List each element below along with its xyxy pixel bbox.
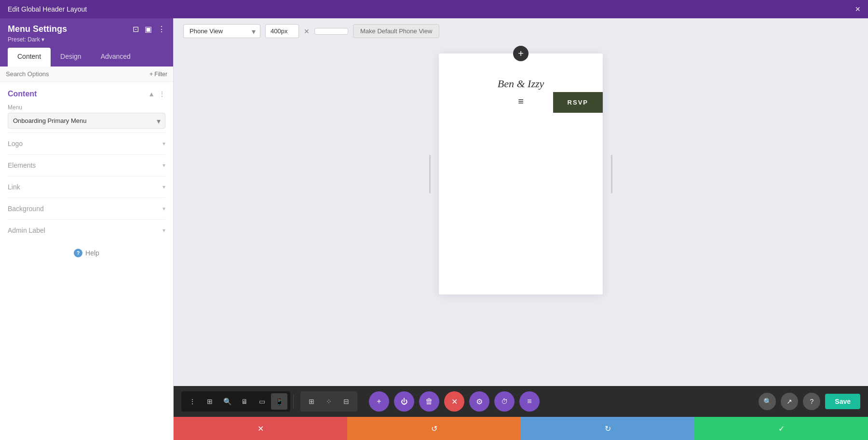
confirm-button[interactable]: ✓ xyxy=(694,417,868,440)
settings-action-button[interactable]: ⚙ xyxy=(469,391,489,412)
link-chevron-icon: ▾ xyxy=(163,184,165,190)
elements-section-title: Elements xyxy=(8,161,36,169)
undo-icon: ✕ xyxy=(258,424,264,433)
save-button[interactable]: Save xyxy=(825,394,860,409)
admin-label-chevron-icon: ▾ xyxy=(163,227,165,234)
desktop-tool-button[interactable]: 🖥 xyxy=(236,393,253,410)
collapse-icon[interactable]: ▲ xyxy=(148,90,155,98)
redo-icon: ↻ xyxy=(605,424,611,433)
bottom-bars-container: ⋮ ⊞ 🔍 🖥 ▭ 📱 ⊞ ⁘ ⊟ + ⏻ xyxy=(174,386,868,440)
admin-label-section: Admin Label ▾ xyxy=(8,219,165,241)
help-label: Help xyxy=(85,249,99,257)
power-action-button[interactable]: ⏻ xyxy=(394,391,414,412)
search-tool-button[interactable]: 🔍 xyxy=(219,393,235,410)
columns-icon[interactable]: ▣ xyxy=(145,25,152,34)
section-more-icon[interactable]: ⋮ xyxy=(159,90,165,98)
view-toolbar: Phone ViewTablet ViewDesktop View ✕ Make… xyxy=(174,18,868,44)
preview-area: + Ben & Izzy ≡ RSVP xyxy=(174,44,868,386)
grid2-tool-button[interactable]: ⁘ xyxy=(321,393,337,410)
title-bar: Edit Global Header Layout × xyxy=(0,0,868,18)
title-bar-text: Edit Global Header Layout xyxy=(8,5,87,13)
undo-button[interactable]: ✕ xyxy=(174,417,347,440)
phone-tool-button[interactable]: 📱 xyxy=(271,393,287,410)
logo-chevron-icon: ▾ xyxy=(163,140,165,147)
delete-action-button[interactable]: 🗑 xyxy=(419,391,439,412)
content-section-title: Content xyxy=(8,90,37,98)
options-tool-button[interactable]: ⋮ xyxy=(184,393,201,410)
help-row[interactable]: ? Help xyxy=(8,241,165,265)
sidebar-title: Menu Settings xyxy=(8,24,67,34)
close-action-button[interactable]: ✕ xyxy=(444,391,464,412)
bottom-toolbar-actions: + ⏻ 🗑 ✕ ⚙ ⏱ ≡ xyxy=(369,391,540,412)
admin-label-section-header[interactable]: Admin Label ▾ xyxy=(8,227,165,234)
tablet-tool-button[interactable]: ▭ xyxy=(254,393,270,410)
redo-button[interactable]: ↻ xyxy=(521,417,694,440)
more-icon[interactable]: ⋮ xyxy=(158,25,165,34)
elements-section-header[interactable]: Elements ▾ xyxy=(8,161,165,169)
bottom-toolbar-center: ⊞ ⁘ ⊟ xyxy=(300,391,357,412)
preview-rsvp-button[interactable]: RSVP xyxy=(553,92,603,113)
view-icon[interactable]: ⊡ xyxy=(133,25,139,34)
menu-field-group: Menu Onboarding Primary Menu xyxy=(8,104,165,129)
sidebar-header: Menu Settings ⊡ ▣ ⋮ Preset: Dark ▾ Conte… xyxy=(0,18,173,67)
bottom-toolbar-left: ⋮ ⊞ 🔍 🖥 ▭ 📱 xyxy=(181,391,290,412)
grid3-tool-button[interactable]: ⊟ xyxy=(338,393,354,410)
preview-phone-frame: + Ben & Izzy ≡ RSVP xyxy=(439,53,603,294)
share-button[interactable]: ↗ xyxy=(781,393,798,410)
link-section: Link ▾ xyxy=(8,176,165,198)
menu-label: Menu xyxy=(8,104,165,111)
admin-label-section-title: Admin Label xyxy=(8,227,45,234)
help-icon: ? xyxy=(74,249,82,257)
preview-site-name: Ben & Izzy xyxy=(498,78,544,90)
preview-hamburger-icon: ≡ xyxy=(518,96,524,107)
sidebar-content: Content ▲ ⋮ Menu Onboarding Primary Menu… xyxy=(0,82,173,440)
px-field-empty[interactable] xyxy=(314,28,348,35)
check-icon: ✓ xyxy=(778,424,785,433)
background-section: Background ▾ xyxy=(8,198,165,219)
menu-select-wrapper: Onboarding Primary Menu xyxy=(8,113,165,129)
history-action-button[interactable]: ⏱ xyxy=(494,391,515,412)
elements-chevron-icon: ▾ xyxy=(163,162,165,169)
main-content: Phone ViewTablet ViewDesktop View ✕ Make… xyxy=(174,18,868,440)
menu-action-button[interactable]: ≡ xyxy=(519,391,540,412)
sidebar: Menu Settings ⊡ ▣ ⋮ Preset: Dark ▾ Conte… xyxy=(0,18,174,440)
menu-select[interactable]: Onboarding Primary Menu xyxy=(8,113,165,129)
view-select-wrapper: Phone ViewTablet ViewDesktop View xyxy=(183,24,260,38)
px-input[interactable] xyxy=(265,24,299,38)
link-section-header[interactable]: Link ▾ xyxy=(8,183,165,191)
toolbar-divider xyxy=(293,394,294,409)
tab-design[interactable]: Design xyxy=(51,48,91,67)
search-row: + Filter xyxy=(0,67,173,82)
sidebar-title-icons: ⊡ ▣ ⋮ xyxy=(133,25,165,34)
preview-add-button[interactable]: + xyxy=(513,46,529,61)
background-section-header[interactable]: Background ▾ xyxy=(8,205,165,213)
add-action-button[interactable]: + xyxy=(369,391,389,412)
preset-label[interactable]: Preset: Dark ▾ xyxy=(8,36,165,43)
elements-section: Elements ▾ xyxy=(8,154,165,176)
sidebar-tabs: Content Design Advanced xyxy=(8,48,165,67)
px-close-icon[interactable]: ✕ xyxy=(304,27,310,35)
bottom-toolbar-right: 🔍 ↗ ? Save xyxy=(759,393,860,410)
status-bar: ✕ ↺ ↻ ✓ xyxy=(174,417,868,440)
search-right-button[interactable]: 🔍 xyxy=(759,393,776,410)
tab-advanced[interactable]: Advanced xyxy=(91,48,140,67)
grid1-tool-button[interactable]: ⊞ xyxy=(303,393,320,410)
help-right-button[interactable]: ? xyxy=(803,393,820,410)
logo-section-header[interactable]: Logo ▾ xyxy=(8,140,165,147)
bottom-toolbar: ⋮ ⊞ 🔍 🖥 ▭ 📱 ⊞ ⁘ ⊟ + ⏻ xyxy=(174,386,868,417)
view-select[interactable]: Phone ViewTablet ViewDesktop View xyxy=(183,24,260,38)
link-section-title: Link xyxy=(8,183,20,191)
scroll-indicator-right xyxy=(611,155,612,193)
content-section-header: Content ▲ ⋮ xyxy=(8,90,165,98)
layout-tool-button[interactable]: ⊞ xyxy=(202,393,218,410)
back-button[interactable]: ↺ xyxy=(347,417,521,440)
tab-content[interactable]: Content xyxy=(8,48,51,67)
back-icon: ↺ xyxy=(431,424,437,433)
logo-section-title: Logo xyxy=(8,140,23,147)
close-icon[interactable]: × xyxy=(855,5,860,13)
search-input[interactable] xyxy=(6,70,146,78)
filter-button[interactable]: + Filter xyxy=(149,71,167,78)
make-default-button[interactable]: Make Default Phone View xyxy=(353,24,439,38)
preview-header-content: Ben & Izzy ≡ RSVP xyxy=(439,63,603,126)
background-section-title: Background xyxy=(8,205,44,213)
